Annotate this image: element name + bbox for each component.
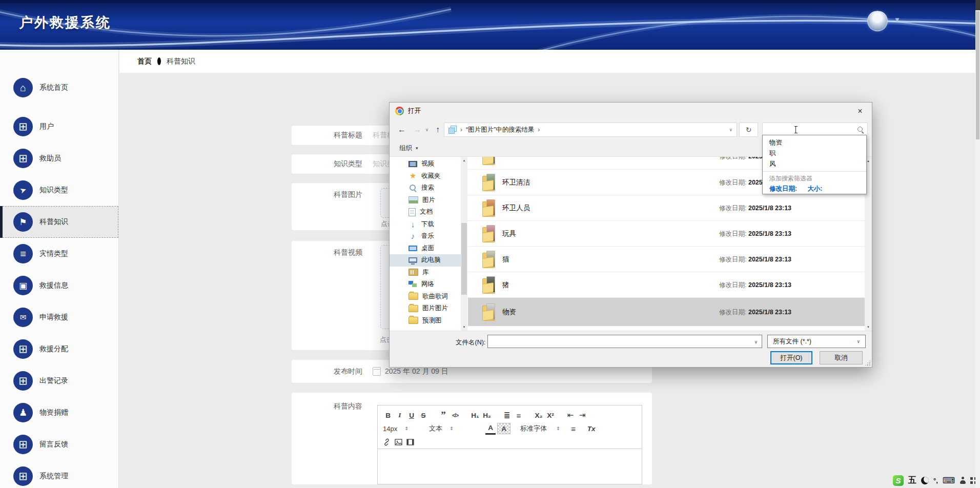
wubi-mode-icon[interactable]: 五 [908, 475, 916, 486]
tree-item[interactable]: 视频 [390, 158, 461, 170]
filename-input[interactable]: ∨ [487, 335, 762, 348]
editor-toolbar-button[interactable]: H₁ [470, 410, 480, 420]
cancel-button[interactable]: 取消 [820, 351, 863, 364]
sidebar-item[interactable]: 系统管理 [0, 460, 118, 488]
forward-button[interactable]: → [411, 124, 423, 136]
back-button[interactable]: ← [396, 124, 408, 136]
filter-date-link[interactable]: 修改日期: [769, 185, 797, 193]
refresh-button[interactable]: ↻ [739, 123, 758, 137]
person-icon[interactable] [959, 477, 966, 484]
history-dropdown-icon[interactable]: ∨ [423, 124, 431, 136]
editor-toolbar-button[interactable]: I [395, 410, 405, 420]
align-button[interactable]: ≡ [568, 423, 579, 434]
address-bar[interactable]: › “图片图片”中的搜索结果 › ∨ [444, 123, 737, 137]
tree-item-icon [409, 246, 417, 251]
up-button[interactable]: ↑ [432, 124, 444, 136]
dialog-title: 打开 [408, 107, 421, 115]
tree-item[interactable]: 图片 [390, 194, 461, 207]
tree-item[interactable]: 下载 [390, 218, 461, 231]
scroll-down-icon[interactable]: ▼ [865, 323, 872, 330]
punctuation-icon[interactable]: °, [933, 477, 938, 484]
sidebar-item[interactable]: 物资捐赠 [0, 397, 118, 429]
editor-toolbar-button[interactable]: U [406, 410, 417, 420]
sidebar-item[interactable]: 系统首页 [0, 72, 118, 104]
file-row[interactable]: 物资 修改日期: 2025/1/8 23:13 [468, 297, 865, 326]
format-select[interactable]: 文本⇕ [429, 424, 478, 433]
tree-item[interactable]: 图片图片 [390, 302, 461, 315]
app-title: 户外救援系统 [19, 13, 111, 32]
insert-image-icon[interactable] [395, 438, 402, 446]
resize-grip[interactable] [865, 360, 871, 366]
editor-toolbar-button[interactable]: B [383, 410, 393, 420]
sidebar-item[interactable]: 救援分配 [0, 333, 118, 365]
keyboard-icon[interactable]: ⌨ [943, 475, 955, 486]
sidebar-item[interactable]: 用户 [0, 111, 118, 143]
font-family-select[interactable]: 标准字体⇕ [520, 424, 560, 433]
page-scrollbar-thumb[interactable] [976, 11, 979, 139]
scroll-down-icon[interactable]: ▼ [461, 324, 467, 330]
file-row[interactable]: 猫 修改日期: 2025/1/8 23:13 [468, 246, 865, 272]
editor-toolbar-button[interactable]: H₂ [482, 410, 492, 420]
sogou-logo-icon[interactable]: S [893, 475, 904, 486]
sidebar-item[interactable]: 灾情类型 [0, 238, 118, 270]
address-path[interactable]: “图片图片”中的搜索结果 [466, 126, 534, 134]
dialog-titlebar[interactable]: 打开 × [390, 103, 872, 119]
tree-scrollbar[interactable]: ▲ ▼ [461, 157, 467, 331]
filetype-select[interactable]: 所有文件 (*.*) ∨ [767, 335, 866, 348]
editor-toolbar-button[interactable]: X₂ [534, 410, 544, 420]
scroll-up-icon[interactable]: ▲ [461, 157, 467, 164]
tree-item[interactable]: 音乐 [390, 230, 461, 242]
filter-size-link[interactable]: 大小: [807, 185, 822, 193]
insert-video-icon[interactable] [406, 438, 414, 446]
search-suggestion[interactable]: 物资 [763, 137, 866, 148]
avatar-dropdown-icon[interactable]: ▼ [894, 16, 901, 24]
tree-item[interactable]: 文档 [390, 206, 461, 218]
tree-item[interactable]: 歌曲歌词 [390, 291, 461, 303]
tree-item[interactable]: 库 [390, 267, 461, 279]
tree-item[interactable]: 预测图 [390, 315, 461, 327]
editor-toolbar-button[interactable]: X² [545, 410, 556, 420]
tree-item[interactable]: 桌面 [390, 242, 461, 255]
search-suggestion[interactable]: 职 [763, 148, 866, 159]
tree-item[interactable]: 搜索 [390, 182, 461, 194]
file-row[interactable]: 环卫人员 修改日期: 2025/1/8 23:13 [468, 195, 865, 220]
user-avatar[interactable] [867, 11, 888, 31]
editor-toolbar-button[interactable]: ≣ [502, 410, 512, 420]
open-button[interactable]: 打开(O) [770, 351, 812, 364]
editor-content-area[interactable] [378, 449, 642, 480]
close-icon[interactable]: × [848, 103, 872, 119]
halfwidth-moon-icon[interactable] [921, 477, 929, 484]
sidebar-item[interactable]: 救援信息 [0, 270, 118, 301]
insert-link-icon[interactable] [383, 438, 391, 446]
search-suggestion[interactable]: 风 [763, 159, 866, 170]
sidebar-item[interactable]: 出警记录 [0, 365, 118, 397]
editor-toolbar-button[interactable]: ” [438, 410, 448, 420]
page-scrollbar[interactable] [975, 0, 980, 488]
tree-item[interactable]: 收藏夹 [390, 170, 461, 182]
publish-date-input[interactable]: 2025 年 02 月 09 日 [385, 367, 448, 376]
sidebar-item[interactable]: 科普知识 [0, 206, 118, 238]
file-open-dialog: 打开 × ← → ∨ ↑ › “图片图片”中的搜索结果 › ∨ ↻ 组织 ▾ [389, 102, 872, 368]
sidebar-item[interactable]: 救助员 [0, 143, 118, 174]
highlight-color-button[interactable]: A [497, 423, 511, 434]
editor-toolbar-button[interactable]: ≡ [514, 410, 524, 420]
sidebar-item[interactable]: 申请救援 [0, 301, 118, 333]
chevron-down-icon[interactable]: ∨ [754, 339, 758, 344]
tree-item[interactable]: 网络 [390, 278, 461, 291]
font-size-select[interactable]: 14px⇕ [383, 425, 422, 433]
editor-toolbar-button[interactable]: ⇥ [577, 410, 587, 420]
address-dropdown-icon[interactable]: ∨ [729, 127, 732, 132]
editor-toolbar-button[interactable]: ⇤ [565, 410, 576, 420]
file-row[interactable]: 猪 修改日期: 2025/1/8 23:13 [468, 272, 865, 297]
breadcrumb-home[interactable]: 首页 [137, 57, 152, 66]
sidebar-item[interactable]: 留言反馈 [0, 429, 118, 460]
tree-item[interactable]: 此电脑 [390, 254, 461, 267]
text-color-button[interactable]: A [485, 423, 496, 435]
clear-format-button[interactable]: Tx [586, 423, 597, 434]
breadcrumb-bar: 首页 科普知识 [119, 50, 976, 73]
editor-toolbar-button[interactable]: </> [450, 410, 460, 420]
file-row[interactable]: 玩具 修改日期: 2025/1/8 23:13 [468, 220, 865, 246]
tree-scrollbar-thumb[interactable] [461, 223, 467, 295]
editor-toolbar-button[interactable]: S [418, 410, 428, 420]
sidebar-item[interactable]: 知识类型 [0, 174, 118, 206]
